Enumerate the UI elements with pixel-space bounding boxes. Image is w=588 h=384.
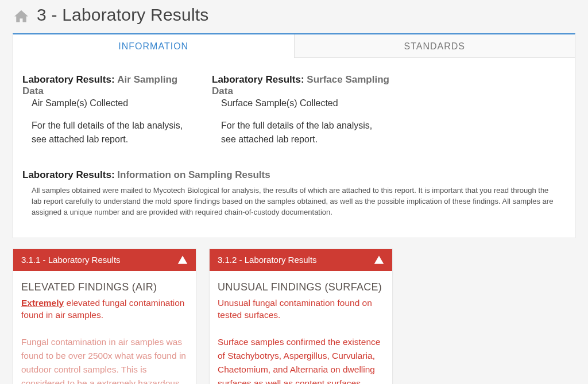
- card-elevated-air: 3.1.1 - Laboratory Results ELEVATED FIND…: [13, 249, 196, 384]
- card-header-label: 3.1.1 - Laboratory Results: [21, 255, 121, 265]
- card-summary: Extremely elevated fungal contamination …: [21, 297, 188, 321]
- findings-cards: 3.1.1 - Laboratory Results ELEVATED FIND…: [13, 249, 575, 384]
- surface-line: Surface Sample(s) Collected: [212, 98, 390, 108]
- home-icon[interactable]: [13, 8, 30, 25]
- air-line: Air Sample(s) Collected: [22, 98, 200, 108]
- card-header: 3.1.1 - Laboratory Results: [13, 249, 196, 271]
- page-title: 3 - Laboratory Results: [37, 5, 209, 25]
- card-unusual-surface: 3.1.2 - Laboratory Results UNUSUAL FINDI…: [209, 249, 393, 384]
- label-lead: Laboratory Results:: [212, 74, 307, 85]
- detail-text-a: Fungal contamination in air samples was …: [21, 337, 186, 384]
- results-paragraph: All samples obtained were mailed to Myco…: [22, 182, 566, 226]
- summary-emphasis: Extremely: [21, 298, 64, 308]
- card-header: 3.1.2 - Laboratory Results: [210, 249, 392, 271]
- card-detail: Fungal contamination in air samples was …: [21, 335, 188, 384]
- card-title: ELEVATED FINDINGS (AIR): [21, 281, 188, 293]
- card-title: UNUSUAL FINDINGS (SURFACE): [218, 281, 384, 293]
- info-panel: INFORMATION STANDARDS Laboratory Results…: [13, 33, 575, 238]
- label-lead: Laboratory Results:: [22, 169, 117, 180]
- sampling-results-block: Laboratory Results: Information on Sampl…: [22, 169, 566, 226]
- information-content: Laboratory Results: Air Sampling Data Ai…: [13, 58, 575, 238]
- detail-underline: extremely: [97, 378, 136, 384]
- card-header-label: 3.1.2 - Laboratory Results: [218, 255, 317, 265]
- warning-icon: [177, 255, 188, 265]
- card-summary: Unusual fungal contamination found on te…: [218, 297, 384, 321]
- tab-bar: INFORMATION STANDARDS: [13, 34, 575, 58]
- page-header: 3 - Laboratory Results: [0, 0, 588, 33]
- air-sampling-block: Laboratory Results: Air Sampling Data Ai…: [22, 74, 200, 146]
- tab-standards[interactable]: STANDARDS: [294, 34, 575, 58]
- air-paragraph: For the full details of the lab analysis…: [22, 119, 195, 146]
- label-lead: Laboratory Results:: [22, 74, 117, 85]
- warning-icon: [374, 255, 384, 265]
- results-subtitle: Information on Sampling Results: [117, 169, 270, 180]
- tab-information[interactable]: INFORMATION: [13, 34, 294, 58]
- surface-paragraph: For the full details of the lab analysis…: [212, 119, 384, 146]
- card-detail: Surface samples confirmed the existence …: [218, 335, 384, 384]
- surface-sampling-block: Laboratory Results: Surface Sampling Dat…: [212, 74, 390, 146]
